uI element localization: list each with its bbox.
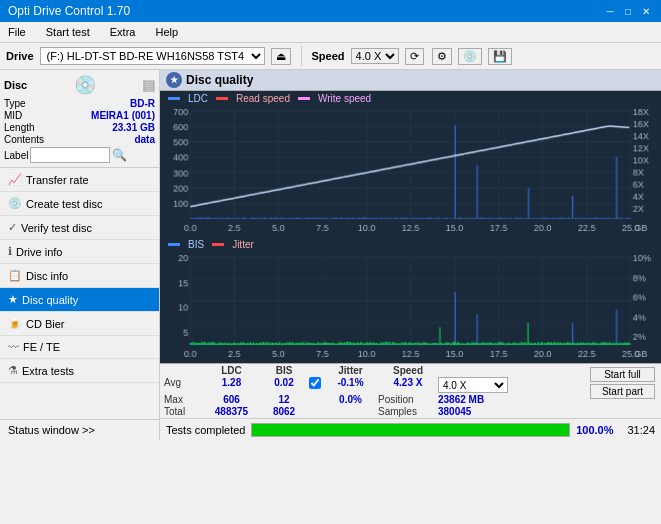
stats-total-row: Total 488375 8062 Samples 380045 <box>164 406 586 417</box>
disc-length-value: 23.31 GB <box>112 122 155 133</box>
disc-info-label: Disc info <box>26 270 68 282</box>
samples-value: 380045 <box>438 406 508 417</box>
disc-icon2: ▤ <box>142 77 155 93</box>
stats-area: LDC BIS Jitter Speed Avg 1.28 0.02 -0.1% <box>160 363 661 418</box>
drive-bar: Drive (F:) HL-DT-ST BD-RE WH16NS58 TST4 … <box>0 43 661 70</box>
sidebar-item-disc-quality[interactable]: ★ Disc quality <box>0 288 159 312</box>
sidebar-item-fe-te[interactable]: 〰 FE / TE <box>0 336 159 359</box>
chart2-canvas <box>160 252 661 363</box>
sidebar-item-cd-bier[interactable]: 🍺 CD Bier <box>0 312 159 336</box>
disc-length-row: Length 23.31 GB <box>4 122 155 133</box>
avg-ldc: 1.28 <box>204 377 259 393</box>
start-full-button[interactable]: Start full <box>590 367 655 382</box>
disc-info-icon: 📋 <box>8 269 22 282</box>
speed-icon[interactable]: ⟳ <box>405 48 424 65</box>
speed-val: 4.23 X <box>378 377 438 393</box>
speed-select-dropdown[interactable]: 4.0 X <box>438 377 508 393</box>
sidebar-item-extra-tests[interactable]: ⚗ Extra tests <box>0 359 159 383</box>
total-label: Total <box>164 406 204 417</box>
sidebar: Disc 💿 ▤ Type BD-R MID MEIRA1 (001) Leng… <box>0 70 160 440</box>
jitter-legend: Jitter <box>232 239 254 250</box>
progress-bar <box>252 424 569 436</box>
separator <box>301 46 302 66</box>
menu-extra[interactable]: Extra <box>106 24 140 40</box>
disc-mid-row: MID MEIRA1 (001) <box>4 110 155 121</box>
menu-start-test[interactable]: Start test <box>42 24 94 40</box>
status-bar: Tests completed 100.0% 31:24 <box>160 418 661 440</box>
menu-help[interactable]: Help <box>151 24 182 40</box>
max-label: Max <box>164 394 204 405</box>
disc-contents-row: Contents data <box>4 134 155 145</box>
drive-icon2[interactable]: 💿 <box>458 48 482 65</box>
jitter-checkbox[interactable] <box>309 377 321 389</box>
disc-section-label: Disc <box>4 79 27 91</box>
stats-header-row: LDC BIS Jitter Speed <box>164 365 586 376</box>
action-buttons: Start full Start part <box>588 365 657 401</box>
minimize-button[interactable]: ─ <box>603 4 617 18</box>
disc-panel: Disc 💿 ▤ Type BD-R MID MEIRA1 (001) Leng… <box>0 70 159 168</box>
speed-select[interactable]: 4.0 X <box>351 48 399 64</box>
sidebar-item-create-test-disc[interactable]: 💿 Create test disc <box>0 192 159 216</box>
disc-type-label: Type <box>4 98 26 109</box>
maximize-button[interactable]: □ <box>621 4 635 18</box>
avg-label: Avg <box>164 377 204 393</box>
disc-panel-header: Disc 💿 ▤ <box>4 74 155 96</box>
status-window-label: Status window >> <box>8 424 95 436</box>
status-window-button[interactable]: Status window >> <box>0 419 159 440</box>
extra-tests-icon: ⚗ <box>8 364 18 377</box>
avg-jitter: -0.1% <box>323 377 378 393</box>
chart1-canvas <box>160 106 661 237</box>
disc-rows: Type BD-R MID MEIRA1 (001) Length 23.31 … <box>4 98 155 163</box>
stats-left: LDC BIS Jitter Speed Avg 1.28 0.02 -0.1% <box>164 365 586 417</box>
speed-label: Speed <box>312 50 345 62</box>
start-part-button[interactable]: Start part <box>590 384 655 399</box>
cd-bier-label: CD Bier <box>26 318 65 330</box>
status-text: Tests completed <box>166 424 245 436</box>
sidebar-item-drive-info[interactable]: ℹ Drive info <box>0 240 159 264</box>
drive-info-icon: ℹ <box>8 245 12 258</box>
position-label: Position <box>378 394 438 405</box>
chart1-container: LDC Read speed Write speed <box>160 91 661 237</box>
disc-label-row: Label 🔍 <box>4 147 155 163</box>
disc-quality-label: Disc quality <box>22 294 78 306</box>
extra-tests-label: Extra tests <box>22 365 74 377</box>
eject-icon[interactable]: ⏏ <box>271 48 291 65</box>
titlebar: Opti Drive Control 1.70 ─ □ ✕ <box>0 0 661 22</box>
disc-mid-label: MID <box>4 110 22 121</box>
menu-file[interactable]: File <box>4 24 30 40</box>
fe-te-icon: 〰 <box>8 341 19 353</box>
chart2-legend: BIS Jitter <box>160 237 661 252</box>
sidebar-item-disc-info[interactable]: 📋 Disc info <box>0 264 159 288</box>
sidebar-item-verify-test-disc[interactable]: ✓ Verify test disc <box>0 216 159 240</box>
max-jitter: 0.0% <box>323 394 378 405</box>
col-speed-header: Speed <box>378 365 438 376</box>
position-value: 23862 MB <box>438 394 508 405</box>
samples-label: Samples <box>378 406 438 417</box>
stats-rows: LDC BIS Jitter Speed Avg 1.28 0.02 -0.1% <box>164 365 657 417</box>
col-bis-header: BIS <box>259 365 309 376</box>
elapsed-time: 31:24 <box>627 424 655 436</box>
col-empty <box>164 365 204 376</box>
bis-legend: BIS <box>188 239 204 250</box>
create-test-disc-icon: 💿 <box>8 197 22 210</box>
save-icon[interactable]: 💾 <box>488 48 512 65</box>
menubar: File Start test Extra Help <box>0 22 661 43</box>
col-empty2 <box>309 365 323 376</box>
disc-label-btn[interactable]: 🔍 <box>112 148 127 162</box>
ldc-legend: LDC <box>188 93 208 104</box>
settings-icon[interactable]: ⚙ <box>432 48 452 65</box>
disc-contents-label: Contents <box>4 134 44 145</box>
stats-max-row: Max 606 12 0.0% Position 23862 MB <box>164 394 586 405</box>
disc-label-input[interactable] <box>30 147 110 163</box>
nav-items: 📈 Transfer rate 💿 Create test disc ✓ Ver… <box>0 168 159 419</box>
empty-cell2 <box>309 406 323 417</box>
drive-select[interactable]: (F:) HL-DT-ST BD-RE WH16NS58 TST4 <box>40 47 265 65</box>
disc-type-value: BD-R <box>130 98 155 109</box>
empty-cell <box>309 394 323 405</box>
content-area: Disc 💿 ▤ Type BD-R MID MEIRA1 (001) Leng… <box>0 70 661 440</box>
read-speed-legend: Read speed <box>236 93 290 104</box>
close-button[interactable]: ✕ <box>639 4 653 18</box>
progress-container <box>251 423 570 437</box>
sidebar-item-transfer-rate[interactable]: 📈 Transfer rate <box>0 168 159 192</box>
titlebar-buttons: ─ □ ✕ <box>603 4 653 18</box>
